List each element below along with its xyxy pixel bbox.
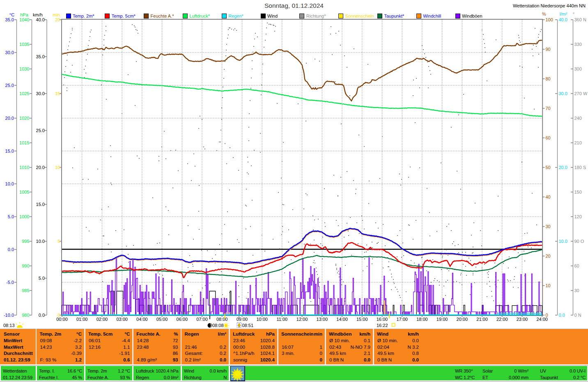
svg-text:21:00: 21:00 [476, 317, 488, 322]
svg-text:00:00: 00:00 [56, 317, 68, 322]
svg-text:0.0: 0.0 [8, 247, 14, 252]
svg-text:km/h: km/h [33, 12, 43, 17]
svg-text:40.0: 40.0 [559, 17, 567, 22]
svg-text:16:00: 16:00 [377, 317, 388, 322]
svg-text:19:00: 19:00 [436, 317, 448, 322]
svg-text:02:00: 02:00 [96, 317, 108, 322]
svg-text:40: 40 [546, 194, 551, 199]
svg-text:0.0: 0.0 [559, 313, 565, 318]
svg-text:10.0: 10.0 [559, 239, 567, 244]
svg-text:25.0: 25.0 [5, 83, 14, 88]
svg-text:06:00: 06:00 [177, 317, 188, 322]
svg-text:210: 210 [574, 140, 582, 145]
svg-text:20.0: 20.0 [5, 116, 14, 121]
svg-text:°C: °C [9, 12, 14, 17]
svg-text:10:00: 10:00 [256, 317, 268, 322]
svg-text:35.0: 35.0 [5, 17, 14, 22]
svg-text:330: 330 [574, 42, 582, 47]
svg-text:150: 150 [574, 190, 582, 194]
svg-text:1020: 1020 [19, 116, 29, 121]
svg-text:60: 60 [574, 263, 579, 268]
svg-text:15.0: 15.0 [36, 202, 45, 207]
svg-text:1000: 1000 [19, 214, 29, 219]
svg-text:240: 240 [574, 116, 582, 121]
svg-text:07:00: 07:00 [196, 317, 208, 322]
svg-text:300: 300 [574, 66, 582, 71]
svg-text:40.0: 40.0 [36, 17, 45, 22]
svg-text:120: 120 [574, 214, 582, 219]
svg-text:min: min [53, 12, 60, 17]
svg-text:20: 20 [55, 17, 60, 22]
svg-text:985: 985 [22, 288, 29, 293]
svg-text:20:00: 20:00 [457, 317, 468, 322]
svg-text:22:00: 22:00 [496, 317, 508, 322]
svg-text:1005: 1005 [19, 190, 29, 194]
svg-text:15: 15 [55, 91, 60, 96]
svg-text:-10.0: -10.0 [4, 313, 14, 318]
svg-text:1035: 1035 [19, 42, 29, 47]
svg-text:24:00: 24:00 [536, 317, 548, 322]
svg-text:80: 80 [546, 76, 551, 81]
svg-text:10: 10 [546, 283, 551, 288]
svg-text:30: 30 [574, 288, 579, 293]
svg-text:23:00: 23:00 [517, 317, 528, 322]
svg-text:01:00: 01:00 [76, 317, 88, 322]
svg-text:30.0: 30.0 [559, 91, 567, 96]
svg-text:30.0: 30.0 [36, 91, 45, 96]
svg-text:13:00: 13:00 [317, 317, 328, 322]
svg-text:360 N: 360 N [574, 17, 586, 22]
svg-text:04:00: 04:00 [136, 317, 148, 322]
svg-text:1030: 1030 [19, 66, 29, 71]
svg-text:15:00: 15:00 [356, 317, 368, 322]
svg-text:hPa: hPa [20, 12, 28, 17]
svg-text:180 S: 180 S [574, 165, 586, 170]
svg-text:05:00: 05:00 [156, 317, 168, 322]
svg-text:20: 20 [546, 254, 551, 258]
svg-text:50: 50 [546, 165, 551, 170]
svg-text:17:00: 17:00 [396, 317, 408, 322]
svg-text:10: 10 [55, 165, 60, 170]
svg-text:12:00: 12:00 [296, 317, 308, 322]
svg-text:%: % [542, 11, 546, 16]
svg-text:70: 70 [546, 106, 551, 111]
svg-text:09:00: 09:00 [237, 317, 248, 322]
svg-text:03:00: 03:00 [116, 317, 128, 322]
svg-text:5: 5 [57, 239, 60, 244]
svg-text:1025: 1025 [19, 91, 29, 96]
svg-text:5.0: 5.0 [39, 276, 45, 281]
svg-text:18:00: 18:00 [416, 317, 428, 322]
svg-text:08:00: 08:00 [216, 317, 228, 322]
svg-text:20.0: 20.0 [36, 165, 45, 170]
svg-text:25.0: 25.0 [36, 128, 45, 133]
svg-text:90: 90 [546, 47, 551, 52]
svg-text:1015: 1015 [19, 140, 29, 145]
svg-text:995: 995 [22, 239, 29, 244]
svg-text:0 N: 0 N [574, 313, 581, 318]
svg-text:15.0: 15.0 [5, 149, 14, 153]
svg-text:270 W: 270 W [574, 91, 588, 96]
svg-text:1040: 1040 [19, 17, 29, 22]
svg-text:5.0: 5.0 [8, 214, 14, 219]
svg-text:-5.0: -5.0 [6, 280, 14, 285]
svg-text:°: ° [573, 11, 574, 16]
svg-text:100: 100 [546, 17, 553, 22]
svg-text:35.0: 35.0 [36, 54, 45, 59]
svg-text:10.0: 10.0 [36, 239, 45, 244]
svg-text:980: 980 [22, 313, 29, 318]
svg-text:11:00: 11:00 [277, 317, 288, 322]
svg-text:30: 30 [546, 224, 551, 229]
svg-text:10.0: 10.0 [5, 181, 14, 186]
svg-text:90 O: 90 O [574, 239, 584, 244]
svg-text:1010: 1010 [19, 165, 29, 170]
svg-text:20.0: 20.0 [559, 165, 567, 170]
svg-text:60: 60 [546, 135, 551, 140]
svg-text:30.0: 30.0 [5, 50, 14, 55]
svg-text:0.0: 0.0 [39, 313, 45, 318]
svg-text:l/m²: l/m² [560, 11, 567, 16]
svg-text:990: 990 [22, 263, 29, 268]
svg-text:14:00: 14:00 [336, 317, 348, 322]
